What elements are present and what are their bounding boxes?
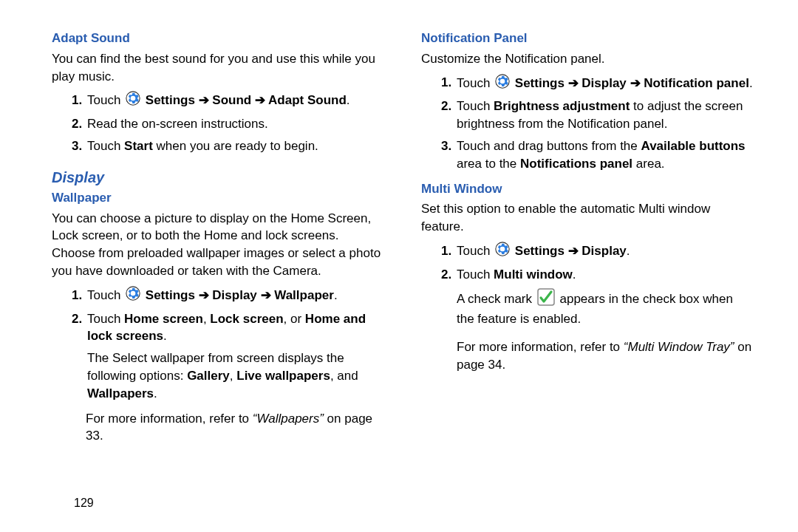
text: , xyxy=(230,369,236,383)
text: Touch xyxy=(87,139,124,153)
settings-icon xyxy=(126,91,140,111)
opt-live-wallpapers: Live wallpapers xyxy=(236,369,330,383)
text: , and xyxy=(330,369,358,383)
text: . xyxy=(573,267,576,282)
left-column: Adapt Sound You can find the best sound … xyxy=(52,30,384,517)
opt-available-buttons: Available buttons xyxy=(641,139,746,153)
nav-path: Settings ➔ Display ➔ Notification panel xyxy=(515,75,749,89)
wallpaper-intro: You can choose a picture to display on t… xyxy=(52,210,384,280)
text: . xyxy=(154,386,157,400)
nav-path: Settings ➔ Display ➔ Wallpaper xyxy=(146,288,334,302)
heading-notification-panel: Notification Panel xyxy=(421,30,754,47)
page-number: 129 xyxy=(74,495,94,511)
wallpaper-steps: Touch Settings ➔ Display ➔ Wallpaper. To… xyxy=(52,286,384,403)
settings-icon xyxy=(495,242,510,262)
settings-icon xyxy=(126,286,140,306)
start-bold: Start xyxy=(124,139,153,153)
text: For more information, refer to xyxy=(457,340,624,354)
notif-intro: Customize the Notification panel. xyxy=(421,50,754,68)
opt-multi-window: Multi window xyxy=(494,267,573,282)
adapt-sound-step-2: Read the on-screen instructions. xyxy=(86,115,384,133)
text: , or xyxy=(284,312,305,326)
heading-wallpaper: Wallpaper xyxy=(52,189,384,207)
adapt-sound-step-3: Touch Start when you are ready to begin. xyxy=(86,137,384,155)
ref-wallpapers: “Wallpapers” xyxy=(253,412,324,426)
text: A check mark xyxy=(457,291,536,305)
multi-window-step-2: Touch Multi window. A check mark appears… xyxy=(455,266,754,374)
right-column: Notification Panel Customize the Notific… xyxy=(421,30,754,517)
opt-lock-screen: Lock screen xyxy=(210,312,283,326)
text: Touch xyxy=(457,99,494,113)
multi-window-intro: Set this option to enable the automatic … xyxy=(421,200,754,236)
opt-home-screen: Home screen xyxy=(124,312,203,326)
text: Touch xyxy=(457,75,494,89)
wallpaper-step-1: Touch Settings ➔ Display ➔ Wallpaper. xyxy=(86,286,384,306)
heading-adapt-sound: Adapt Sound xyxy=(52,30,384,47)
notif-step-3: Touch and drag buttons from the Availabl… xyxy=(455,137,754,173)
ref-multi-window-tray: “Multi Window Tray” xyxy=(624,340,734,354)
text: Touch xyxy=(457,244,494,258)
wallpaper-step-2: Touch Home screen, Lock screen, or Home … xyxy=(86,310,384,403)
nav-path: Settings ➔ Sound ➔ Adapt Sound xyxy=(146,93,347,107)
opt-gallery: Gallery xyxy=(187,369,230,383)
text: area to the xyxy=(457,157,520,171)
adapt-sound-step-1: Touch Settings ➔ Sound ➔ Adapt Sound. xyxy=(86,91,384,111)
opt-notifications-panel: Notifications panel xyxy=(520,157,632,171)
checkmark-icon xyxy=(537,288,555,311)
period: . xyxy=(334,288,338,302)
text: area. xyxy=(632,157,664,171)
wallpaper-more-info: For more information, refer to “Wallpape… xyxy=(86,410,384,446)
text: Touch and drag buttons from the xyxy=(457,139,641,153)
text: when you are ready to begin. xyxy=(153,139,318,153)
notif-step-1: Touch Settings ➔ Display ➔ Notification … xyxy=(455,74,754,94)
opt-brightness: Brightness adjustment xyxy=(494,99,630,113)
opt-wallpapers: Wallpapers xyxy=(87,386,154,400)
text: . xyxy=(163,329,167,343)
manual-page: Adapt Sound You can find the best sound … xyxy=(0,0,798,532)
adapt-sound-steps: Touch Settings ➔ Sound ➔ Adapt Sound. Re… xyxy=(52,91,384,154)
notif-step-2: Touch Brightness adjustment to adjust th… xyxy=(455,98,754,133)
text: Touch xyxy=(87,93,124,107)
text: Touch xyxy=(87,312,124,326)
period: . xyxy=(627,244,630,258)
nav-path: Settings ➔ Display xyxy=(515,244,627,258)
text: For more information, refer to xyxy=(86,412,253,426)
settings-icon xyxy=(495,74,510,94)
adapt-sound-intro: You can find the best sound for you and … xyxy=(52,50,384,86)
text: Touch xyxy=(457,267,494,282)
text: , xyxy=(203,312,210,326)
period: . xyxy=(749,75,753,89)
period: . xyxy=(347,93,350,107)
text: Touch xyxy=(87,288,124,302)
multi-window-steps: Touch Settings ➔ Display. Touch Multi wi… xyxy=(421,242,754,374)
notif-steps: Touch Settings ➔ Display ➔ Notification … xyxy=(421,74,754,173)
multi-window-step-1: Touch Settings ➔ Display. xyxy=(455,242,754,262)
heading-multi-window: Multi Window xyxy=(421,180,754,198)
heading-display: Display xyxy=(52,167,384,188)
